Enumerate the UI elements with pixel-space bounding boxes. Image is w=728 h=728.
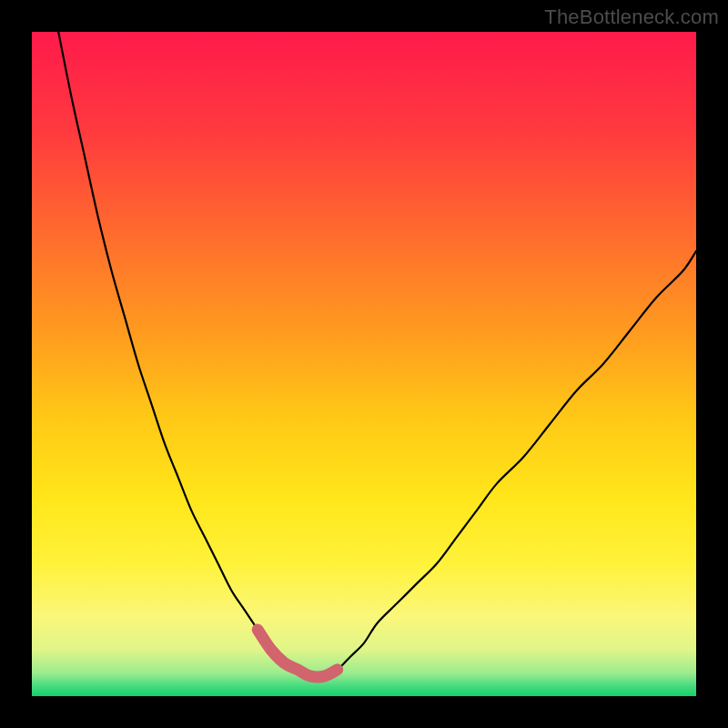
watermark-label: TheBottleneck.com [544, 5, 719, 29]
plot-area [32, 32, 696, 696]
bottleneck-curve-highlight [258, 630, 338, 677]
chart-frame: TheBottleneck.com [0, 0, 728, 728]
curve-layer [32, 32, 696, 696]
bottleneck-curve [58, 32, 696, 677]
